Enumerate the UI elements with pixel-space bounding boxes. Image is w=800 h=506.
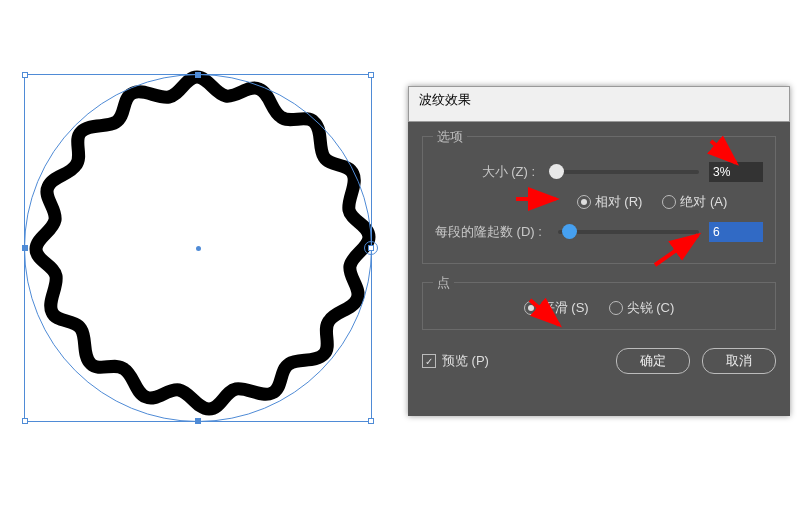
radio-dot-icon <box>609 301 623 315</box>
point-legend: 点 <box>433 274 454 292</box>
ridges-slider-thumb[interactable] <box>562 224 577 239</box>
resize-handle-tr[interactable] <box>368 72 374 78</box>
point-group: 点 平滑 (S) 尖锐 (C) <box>422 282 776 330</box>
zigzag-dialog: 波纹效果 选项 大小 (Z) : 相对 (R) <box>408 86 790 416</box>
options-legend: 选项 <box>433 128 467 146</box>
size-slider-thumb[interactable] <box>549 164 564 179</box>
canvas-area <box>12 64 382 434</box>
radio-dot-icon <box>662 195 676 209</box>
direction-widget-right[interactable] <box>364 241 378 255</box>
ok-button[interactable]: 确定 <box>616 348 690 374</box>
relative-radio-label: 相对 (R) <box>595 193 643 211</box>
preview-checkbox[interactable]: ✓ 预览 (P) <box>422 352 489 370</box>
corner-radio[interactable]: 尖锐 (C) <box>609 299 675 317</box>
absolute-radio[interactable]: 绝对 (A) <box>662 193 727 211</box>
center-point <box>196 246 201 251</box>
radio-dot-icon <box>524 301 538 315</box>
absolute-radio-label: 绝对 (A) <box>680 193 727 211</box>
ridges-input[interactable] <box>709 222 763 242</box>
size-label: 大小 (Z) : <box>435 163 541 181</box>
cancel-button[interactable]: 取消 <box>702 348 776 374</box>
smooth-radio[interactable]: 平滑 (S) <box>524 299 589 317</box>
resize-handle-bl[interactable] <box>22 418 28 424</box>
radio-dot-icon <box>577 195 591 209</box>
anchor-top[interactable] <box>195 72 200 77</box>
size-slider[interactable] <box>551 170 699 174</box>
size-input[interactable] <box>709 162 763 182</box>
anchor-left[interactable] <box>22 245 27 250</box>
preview-label: 预览 (P) <box>442 352 489 370</box>
anchor-bottom[interactable] <box>195 418 200 423</box>
relative-radio[interactable]: 相对 (R) <box>577 193 643 211</box>
checkbox-icon: ✓ <box>422 354 436 368</box>
ridges-label: 每段的隆起数 (D) : <box>435 223 548 241</box>
resize-handle-tl[interactable] <box>22 72 28 78</box>
resize-handle-br[interactable] <box>368 418 374 424</box>
options-group: 选项 大小 (Z) : 相对 (R) 绝对 (A) <box>422 136 776 264</box>
ridges-slider[interactable] <box>558 230 699 234</box>
dialog-title[interactable]: 波纹效果 <box>408 86 790 122</box>
corner-radio-label: 尖锐 (C) <box>627 299 675 317</box>
smooth-radio-label: 平滑 (S) <box>542 299 589 317</box>
selection-bounding-box[interactable] <box>24 74 372 422</box>
